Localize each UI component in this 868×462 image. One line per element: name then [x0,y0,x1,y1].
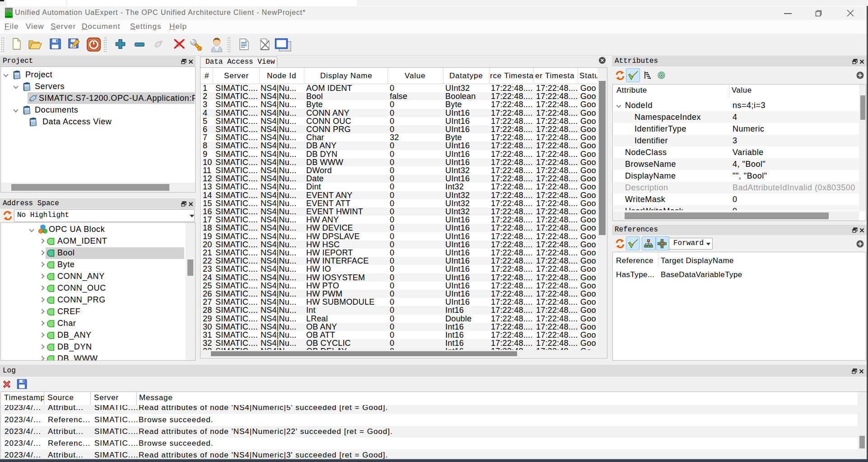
svg-text:UA: UA [6,9,12,14]
svg-text:expert: expert [5,15,13,18]
